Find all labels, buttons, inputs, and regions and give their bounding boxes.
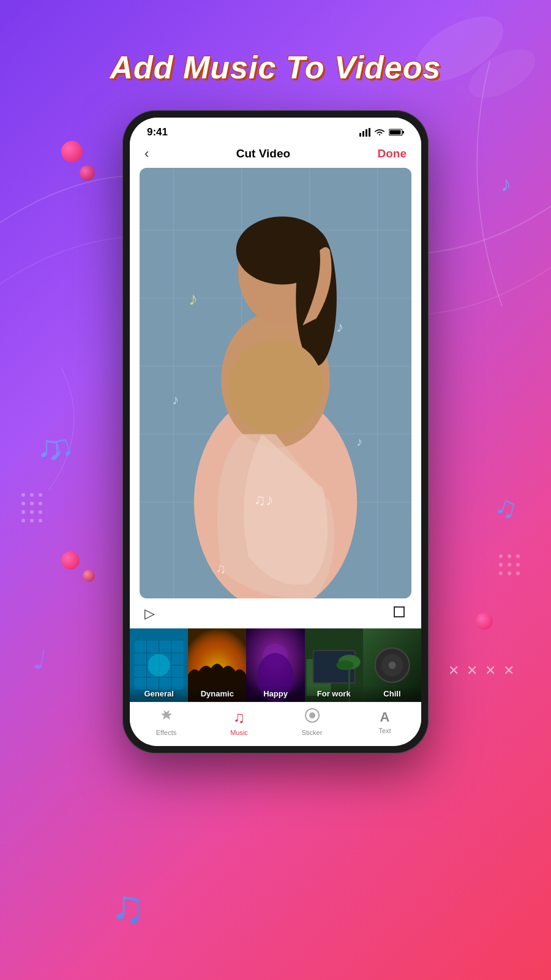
svg-point-21 [508,571,511,575]
svg-point-20 [499,571,503,575]
text-icon: A [380,709,390,725]
svg-rect-29 [402,131,404,134]
tab-sticker-label: Sticker [302,729,323,736]
x-mark-3: ✕ [485,663,496,679]
svg-point-76 [309,712,315,718]
svg-point-3 [30,493,34,497]
svg-point-15 [508,554,511,558]
svg-point-69 [336,660,353,670]
svg-point-2 [21,493,25,497]
signal-icon [359,128,370,137]
svg-text:♫: ♫ [37,429,62,466]
tab-text-label: Text [378,727,391,734]
svg-rect-24 [359,133,361,137]
status-icons [359,128,404,137]
tab-text[interactable]: A Text [367,709,403,734]
x-mark-1: ✕ [448,663,459,679]
x-mark-4: ✕ [503,663,514,679]
nav-title: Cut Video [236,147,290,160]
music-note-4: ♪ [356,435,362,449]
svg-point-8 [21,510,25,514]
svg-point-18 [508,563,511,567]
expand-button[interactable] [392,605,407,622]
svg-point-6 [30,502,34,505]
tab-bar: Effects ♫ Music Sticker A [130,702,421,746]
category-dynamic[interactable]: Dynamic [188,628,246,702]
battery-icon [389,128,404,137]
tab-music-label: Music [230,729,248,736]
svg-point-11 [21,519,25,522]
category-chill[interactable]: Chill [363,628,421,702]
svg-point-17 [499,563,503,567]
svg-point-16 [516,554,520,558]
done-button[interactable]: Done [378,147,407,160]
svg-rect-26 [365,129,367,137]
svg-rect-30 [390,130,401,135]
tab-effects-label: Effects [156,729,176,736]
wifi-icon [374,128,385,137]
tab-sticker[interactable]: Sticker [294,707,331,736]
svg-text:♫: ♫ [110,881,144,929]
music-note-5: ♫♪ [253,491,274,510]
svg-point-12 [30,519,34,522]
status-bar: 9:41 [130,118,421,142]
music-categories: General [130,628,421,702]
category-chill-label: Chill [363,685,421,702]
category-dynamic-label: Dynamic [188,685,246,702]
nav-bar: ‹ Cut Video Done [130,142,421,168]
phone-frame-wrapper: 9:41 [122,110,429,753]
svg-point-22 [516,571,520,575]
category-forwork[interactable]: For work [305,628,363,702]
svg-point-4 [39,493,42,497]
category-happy-label: Happy [246,685,304,702]
category-general-label: General [130,685,188,702]
effects-icon [159,707,174,727]
svg-point-13 [39,519,42,522]
video-placeholder: ♪ ♪ ♪ ♪ ♫♪ ♫ [140,168,411,598]
video-area: ♪ ♪ ♪ ♪ ♫♪ ♫ [140,168,411,598]
svg-point-46 [228,339,323,434]
controls-bar: ▷ [130,598,421,628]
svg-point-7 [39,502,42,505]
music-icon: ♫ [233,708,246,727]
svg-point-19 [516,563,520,567]
svg-point-9 [30,510,34,514]
svg-point-10 [39,510,42,514]
tab-effects[interactable]: Effects [148,707,185,736]
music-note-1: ♪ [189,288,198,309]
category-happy[interactable]: Happy [246,628,304,702]
x-marks-decoration: ✕ ✕ ✕ ✕ [448,663,514,679]
play-button[interactable]: ▷ [144,606,155,622]
woman-silhouette [140,168,411,598]
x-mark-2: ✕ [467,663,478,679]
svg-rect-47 [394,607,404,617]
music-note-6: ♫ [216,561,226,577]
sticker-icon [304,707,320,727]
svg-point-5 [21,502,25,505]
svg-point-14 [499,554,503,558]
tab-music[interactable]: ♫ Music [221,708,258,736]
status-time: 9:41 [147,126,168,138]
category-general[interactable]: General [130,628,188,702]
svg-rect-25 [362,131,364,137]
category-forwork-label: For work [305,685,363,702]
app-headline: Add Music To Videos [0,49,551,86]
back-button[interactable]: ‹ [144,146,149,162]
phone-frame: 9:41 [122,110,429,753]
music-note-2: ♪ [336,318,343,336]
svg-point-56 [148,654,170,676]
music-note-3: ♪ [172,392,179,408]
svg-point-74 [388,662,395,669]
svg-rect-27 [369,128,370,137]
phone-screen: 9:41 [130,118,421,746]
